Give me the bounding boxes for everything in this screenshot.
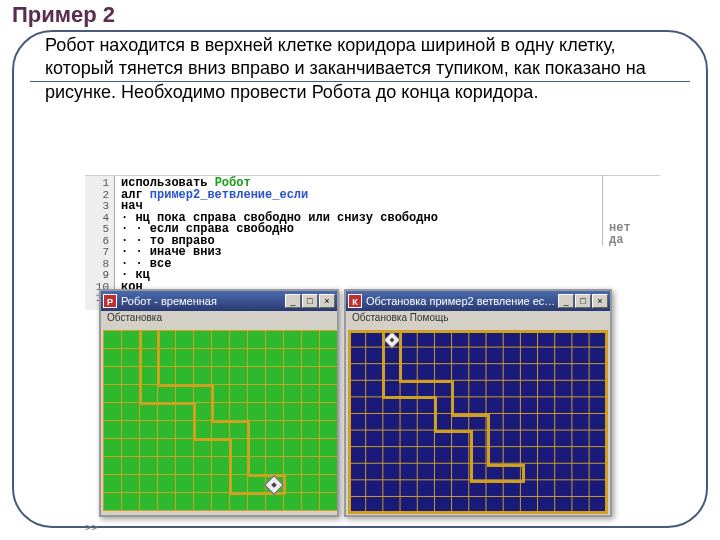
close-button[interactable]: × bbox=[319, 294, 335, 308]
minimize-button[interactable]: _ bbox=[558, 294, 574, 308]
environment-window-blue: К Обстановка пример2 ветвление ес… _ □ ×… bbox=[344, 289, 612, 517]
robot-window-green: Р Робот - временная _ □ × Обстановка bbox=[99, 289, 339, 517]
ln: 9 bbox=[87, 270, 109, 282]
code-line: · кц bbox=[121, 270, 654, 282]
maximize-button[interactable]: □ bbox=[575, 294, 591, 308]
app-icon: Р bbox=[103, 294, 117, 308]
titlebar[interactable]: Р Робот - временная _ □ × bbox=[101, 291, 337, 311]
ln: 5 bbox=[87, 224, 109, 236]
window-title: Робот - временная bbox=[121, 295, 285, 307]
code-line: · · все bbox=[121, 259, 654, 271]
code-line: алг пример2_ветвление_если bbox=[121, 190, 654, 202]
titlebar[interactable]: К Обстановка пример2 ветвление ес… _ □ × bbox=[346, 291, 610, 311]
page-title: Пример 2 bbox=[10, 2, 117, 28]
environment-grid-blue[interactable] bbox=[348, 330, 608, 514]
problem-text: Робот находится в верхней клетке коридор… bbox=[45, 34, 675, 104]
menu-bar[interactable]: Обстановка bbox=[101, 311, 337, 328]
window-title: Обстановка пример2 ветвление ес… bbox=[366, 295, 558, 307]
ln: 7 bbox=[87, 247, 109, 259]
output-prompt: >> bbox=[85, 522, 98, 534]
maximize-button[interactable]: □ bbox=[302, 294, 318, 308]
robot-grid-green[interactable] bbox=[103, 330, 337, 511]
code-line: · · иначе вниз bbox=[121, 247, 654, 259]
ln: 3 bbox=[87, 201, 109, 213]
ln: 1 bbox=[87, 178, 109, 190]
trace-output: нет да bbox=[602, 175, 662, 246]
close-button[interactable]: × bbox=[592, 294, 608, 308]
robot-marker bbox=[384, 332, 401, 349]
minimize-button[interactable]: _ bbox=[285, 294, 301, 308]
menu-bar[interactable]: Обстановка Помощь bbox=[346, 311, 610, 328]
trace-val: да bbox=[609, 235, 662, 247]
app-icon: К bbox=[348, 294, 362, 308]
